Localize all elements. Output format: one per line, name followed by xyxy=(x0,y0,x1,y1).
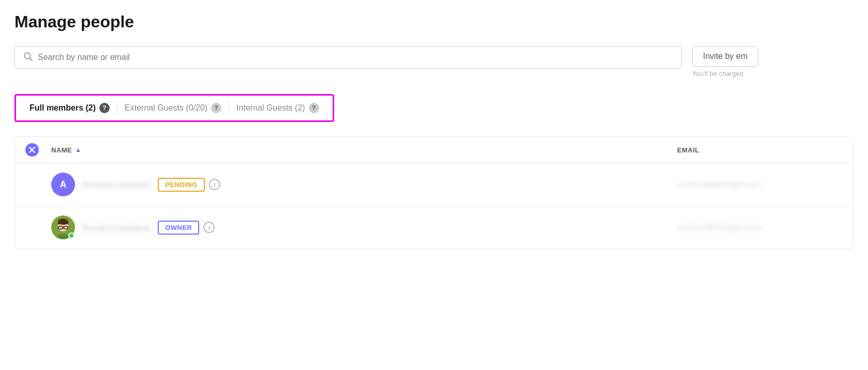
tab-external-guests[interactable]: External Guests (0/20) ? xyxy=(119,101,227,115)
clear-selection-button[interactable] xyxy=(25,143,39,157)
tab-divider-1 xyxy=(117,102,117,114)
search-invite-row: Invite by em You'll be charged xyxy=(14,46,854,78)
svg-rect-7 xyxy=(58,222,68,224)
tab-external-guests-label: External Guests (0/20) xyxy=(125,103,207,113)
name-column-label: NAME xyxy=(51,146,72,154)
row1-avatar: A xyxy=(51,173,75,196)
search-input[interactable] xyxy=(38,53,673,62)
row1-email-cell: someone@example.com xyxy=(677,180,843,189)
select-all-col xyxy=(25,143,51,157)
row2-email-cell: someone@company.com xyxy=(677,223,843,232)
row2-email: someone@company.com xyxy=(677,223,762,232)
invite-button[interactable]: Invite by em xyxy=(692,46,758,67)
invite-note: You'll be charged xyxy=(692,70,743,78)
row1-role-group: PENDING i xyxy=(158,178,220,192)
row1-name-cell: A firstname lastname PENDING i xyxy=(51,173,677,196)
external-guests-help-icon[interactable]: ? xyxy=(211,103,221,113)
row2-name: firstname lastname xyxy=(82,223,151,232)
row2-role-badge[interactable]: OWNER xyxy=(158,221,199,235)
tabs-row: Full members (2) ? External Guests (0/20… xyxy=(14,94,334,122)
tab-full-members[interactable]: Full members (2) ? xyxy=(24,101,115,115)
row2-avatar xyxy=(51,215,75,239)
tab-internal-guests-label: Internal Guests (2) xyxy=(236,103,305,113)
internal-guests-help-icon[interactable]: ? xyxy=(309,103,319,113)
tab-full-members-label: Full members (2) xyxy=(29,103,96,113)
row2-online-indicator xyxy=(68,233,74,239)
row1-avatar-letter: A xyxy=(60,179,67,190)
table-row: firstname lastname OWNER i someone@compa… xyxy=(15,206,853,249)
row2-role-group: OWNER i xyxy=(158,221,215,235)
table-row: A firstname lastname PENDING i someone@e… xyxy=(15,163,853,206)
page-title: Manage people xyxy=(14,12,854,32)
full-members-help-icon[interactable]: ? xyxy=(99,103,110,113)
svg-line-1 xyxy=(30,58,33,61)
row1-email: someone@example.com xyxy=(677,180,760,189)
name-sort-icon: ▲ xyxy=(75,146,81,153)
email-column-header: EMAIL xyxy=(677,145,843,155)
tab-divider-2 xyxy=(229,102,229,114)
members-table: NAME ▲ EMAIL A firstname lastname PENDIN… xyxy=(14,136,854,249)
row2-name-cell: firstname lastname OWNER i xyxy=(51,215,677,239)
email-column-label: EMAIL xyxy=(677,146,699,154)
name-column-header[interactable]: NAME ▲ xyxy=(51,146,677,154)
row2-info-icon[interactable]: i xyxy=(203,222,215,233)
row1-role-badge[interactable]: PENDING xyxy=(158,178,205,192)
row1-info-icon[interactable]: i xyxy=(209,179,220,190)
search-icon xyxy=(23,52,33,63)
search-box xyxy=(14,46,682,69)
tab-internal-guests[interactable]: Internal Guests (2) ? xyxy=(231,101,324,115)
row1-name: firstname lastname xyxy=(82,180,151,189)
table-header: NAME ▲ EMAIL xyxy=(15,137,853,163)
invite-section: Invite by em You'll be charged xyxy=(692,46,796,78)
